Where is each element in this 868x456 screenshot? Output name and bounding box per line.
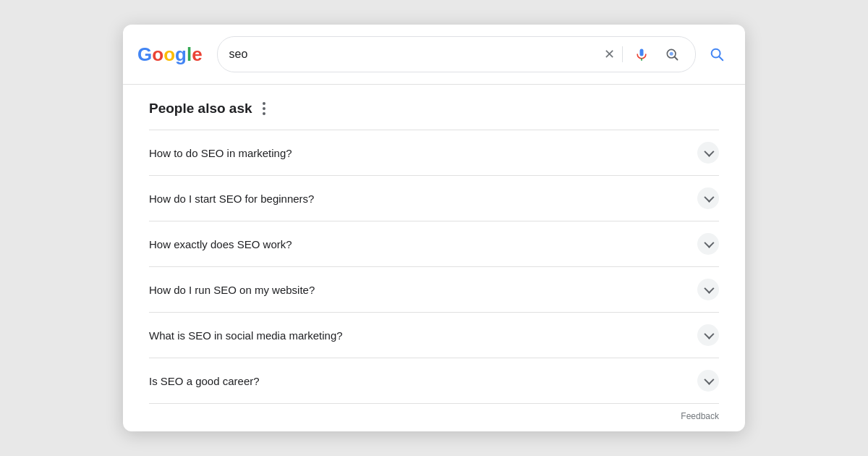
search-submit-button[interactable] <box>703 41 731 68</box>
faq-item[interactable]: What is SEO in social media marketing? <box>149 313 719 358</box>
feedback-link[interactable]: Feedback <box>681 411 719 421</box>
faq-question: How to do SEO in marketing? <box>149 147 292 159</box>
feedback-row: Feedback <box>149 404 719 431</box>
faq-question: How do I run SEO on my website? <box>149 284 315 296</box>
browser-card: Google ✕ <box>123 25 745 431</box>
clear-icon[interactable]: ✕ <box>604 46 615 62</box>
faq-item[interactable]: How do I run SEO on my website? <box>149 267 719 313</box>
paa-menu-button[interactable] <box>260 99 268 118</box>
paa-title: People also ask <box>149 101 252 117</box>
google-logo: Google <box>137 43 203 66</box>
chevron-down-icon <box>697 142 719 164</box>
chevron-down-icon <box>697 324 719 346</box>
voice-search-button[interactable] <box>630 43 653 66</box>
faq-item[interactable]: How exactly does SEO work? <box>149 221 719 267</box>
search-input[interactable] <box>229 48 597 61</box>
search-input-wrapper: ✕ <box>217 36 696 72</box>
faq-item[interactable]: How to do SEO in marketing? <box>149 130 719 176</box>
chevron-down-icon <box>697 370 719 392</box>
faq-list: How to do SEO in marketing?How do I star… <box>149 130 719 404</box>
search-bar: Google ✕ <box>123 25 745 85</box>
chevron-down-icon <box>697 187 719 209</box>
faq-question: How exactly does SEO work? <box>149 238 292 250</box>
main-content: People also ask How to do SEO in marketi… <box>123 85 745 431</box>
faq-item[interactable]: How do I start SEO for beginners? <box>149 176 719 221</box>
chevron-down-icon <box>697 233 719 255</box>
image-search-button[interactable] <box>660 43 684 66</box>
faq-question: How do I start SEO for beginners? <box>149 193 314 205</box>
svg-point-2 <box>670 52 673 56</box>
faq-question: Is SEO a good career? <box>149 375 260 387</box>
faq-question: What is SEO in social media marketing? <box>149 329 343 342</box>
faq-item[interactable]: Is SEO a good career? <box>149 358 719 404</box>
paa-header: People also ask <box>149 99 719 118</box>
divider <box>622 46 623 62</box>
chevron-down-icon <box>697 279 719 300</box>
